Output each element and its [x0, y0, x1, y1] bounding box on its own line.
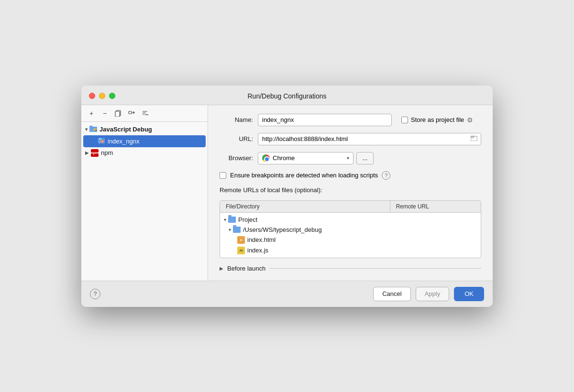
sort-icon	[142, 110, 148, 117]
sidebar: + −	[81, 105, 208, 281]
browser-label: Browser:	[220, 154, 253, 162]
browse-folder-icon[interactable]	[471, 135, 477, 142]
file-table-header: File/Directory Remote URL	[220, 201, 481, 213]
url-row: URL:	[220, 133, 481, 145]
store-project-checkbox[interactable]	[401, 117, 408, 123]
name-input[interactable]	[258, 114, 392, 126]
typescript-folder-icon	[233, 227, 241, 233]
remote-urls-section: Remote URLs of local files (optional):	[220, 186, 481, 194]
store-project-label: Store as project file	[411, 116, 464, 123]
table-row[interactable]: ▾ /Users/WS/typescript_debug	[220, 225, 481, 235]
config-item-icon	[98, 137, 105, 146]
dialog-footer: ? Cancel Apply OK	[81, 281, 493, 307]
name-label: Name:	[220, 116, 253, 123]
copy-icon	[115, 110, 121, 117]
sidebar-tree: ▾ JS JavaScript Debug	[81, 122, 208, 281]
svg-rect-19	[471, 136, 474, 138]
traffic-lights	[89, 93, 115, 99]
js-file-icon: JS	[237, 247, 245, 254]
sidebar-section-label: JavaScript Debug	[99, 126, 152, 133]
divider	[269, 268, 481, 269]
sidebar-section-js-debug[interactable]: ▾ JS JavaScript Debug	[81, 124, 208, 135]
minimize-button[interactable]	[99, 93, 105, 99]
browser-value: Chrome	[273, 154, 295, 162]
svg-rect-18	[471, 136, 477, 141]
npm-chevron: ▶	[85, 150, 89, 155]
before-launch-label: Before launch	[227, 265, 265, 272]
breakpoints-checkbox[interactable]	[220, 172, 226, 179]
file-table: File/Directory Remote URL ▾ Project ▾ /U…	[220, 200, 481, 258]
svg-rect-8	[89, 126, 93, 128]
col-header-remote-url: Remote URL	[390, 201, 481, 212]
breakpoints-label: Ensure breakpoints are detected when loa…	[230, 172, 378, 179]
sidebar-toolbar: + −	[81, 105, 208, 122]
copy-config-button[interactable]	[112, 108, 124, 119]
browser-row: Browser: Chrome ▾ ...	[220, 152, 481, 164]
before-launch-section: ▶ Before launch	[220, 265, 481, 272]
browser-debug-icon	[98, 137, 105, 144]
js-file-label: index.js	[247, 247, 268, 254]
move-to-group-button[interactable]	[125, 108, 138, 119]
config-content: Name: Store as project file ⚙ URL:	[208, 105, 493, 281]
breakpoints-row: Ensure breakpoints are detected when loa…	[220, 171, 481, 180]
sort-button[interactable]	[139, 108, 151, 119]
table-row[interactable]: JS index.js	[220, 245, 481, 256]
html-file-icon: H	[237, 236, 245, 244]
remote-urls-label: Remote URLs of local files (optional):	[220, 186, 322, 194]
browser-dropdown[interactable]: Chrome ▾	[258, 152, 353, 164]
npm-label: npm	[101, 149, 113, 156]
table-row[interactable]: ▾ Project	[220, 215, 481, 225]
help-icon[interactable]: ?	[382, 171, 390, 180]
table-row[interactable]: H index.html	[220, 235, 481, 245]
url-label: URL:	[220, 135, 253, 142]
before-launch-chevron[interactable]: ▶	[220, 266, 223, 271]
run-debug-dialog: Run/Debug Configurations + −	[81, 86, 493, 307]
title-bar: Run/Debug Configurations	[81, 86, 493, 105]
browser-more-button[interactable]: ...	[356, 152, 374, 164]
dropdown-arrow-icon: ▾	[347, 155, 349, 161]
footer-left: ?	[90, 289, 100, 299]
sidebar-item-label: index_ngnx	[108, 138, 140, 145]
svg-point-14	[100, 138, 101, 139]
maximize-button[interactable]	[109, 93, 115, 99]
col-header-file: File/Directory	[220, 201, 390, 212]
row-chevron: ▾	[229, 227, 231, 232]
footer-right: Cancel Apply OK	[373, 287, 484, 301]
svg-rect-1	[115, 111, 120, 117]
svg-point-13	[99, 138, 100, 139]
svg-text:JS: JS	[95, 129, 97, 131]
add-config-button[interactable]: +	[85, 108, 98, 119]
dialog-title: Run/Debug Configurations	[248, 92, 327, 100]
section-chevron: ▾	[85, 127, 88, 132]
sidebar-item-index-ngnx[interactable]: index_ngnx	[83, 135, 206, 147]
remove-config-button[interactable]: −	[99, 108, 111, 119]
npm-icon: npm	[91, 149, 99, 157]
dialog-body: + −	[81, 105, 493, 281]
name-row: Name: Store as project file ⚙	[220, 114, 481, 126]
close-button[interactable]	[89, 93, 95, 99]
help-button[interactable]: ?	[90, 289, 100, 299]
project-folder-icon	[228, 217, 236, 223]
file-table-body: ▾ Project ▾ /Users/WS/typescript_debug H	[220, 213, 481, 258]
browser-select-wrapper: Chrome ▾ ...	[258, 152, 374, 164]
cancel-button[interactable]: Cancel	[373, 287, 410, 301]
js-debug-folder-icon: JS	[89, 125, 97, 133]
ok-button[interactable]: OK	[454, 287, 484, 301]
url-input-wrapper	[258, 133, 481, 145]
url-input[interactable]	[258, 133, 481, 145]
folder-path-label: /Users/WS/typescript_debug	[243, 226, 322, 233]
sidebar-section-npm[interactable]: ▶ npm npm	[81, 148, 208, 158]
folder-icon: JS	[89, 125, 97, 132]
gear-icon[interactable]: ⚙	[467, 116, 473, 124]
move-icon	[128, 110, 135, 117]
apply-button[interactable]: Apply	[416, 287, 450, 301]
html-file-label: index.html	[247, 236, 276, 243]
chrome-icon	[262, 154, 270, 162]
svg-rect-2	[129, 111, 132, 114]
store-project-option: Store as project file ⚙	[401, 116, 473, 124]
row-chevron: ▾	[224, 217, 226, 222]
project-label: Project	[238, 216, 257, 223]
